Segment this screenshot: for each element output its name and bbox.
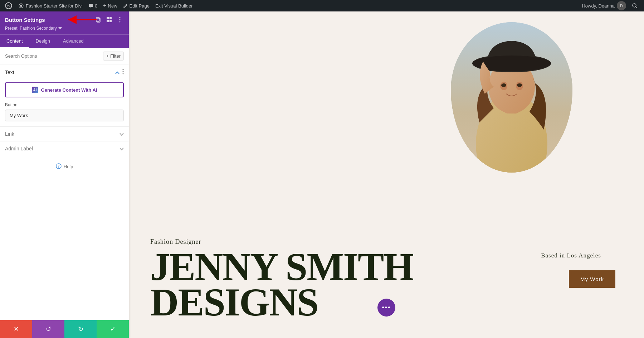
exit-vb-link[interactable]: Exit Visual Builder — [152, 0, 196, 11]
hero-image-placeholder — [451, 22, 572, 173]
tab-design[interactable]: Design — [29, 35, 57, 48]
wp-admin-bar: W Fashion Starter Site for Divi 0 + New … — [0, 0, 644, 11]
fashion-title: JENNY SMITH DESIGNS — [150, 249, 413, 320]
ai-generate-button[interactable]: AI Generate Content With AI — [5, 82, 124, 97]
my-work-page-button[interactable]: My Work — [569, 270, 615, 288]
site-name[interactable]: Fashion Starter Site for Divi — [16, 0, 86, 11]
exit-vb-label: Exit Visual Builder — [155, 3, 193, 9]
save-button[interactable]: ✓ — [97, 320, 129, 338]
panel-title: Button Settings — [5, 17, 45, 23]
svg-line-5 — [636, 7, 637, 8]
text-section-collapse-icon[interactable] — [115, 69, 119, 75]
howdy-user[interactable]: Howdy, Deanna D — [579, 0, 629, 11]
search-options-bar: + Filter — [0, 48, 129, 64]
svg-point-12 — [119, 17, 121, 18]
admin-label-chevron-icon[interactable] — [119, 146, 124, 151]
button-field-label: Button — [5, 102, 124, 107]
fashion-title-line1: JENNY SMITH — [150, 249, 413, 285]
svg-point-16 — [123, 71, 124, 72]
edit-page-label: Edit Page — [130, 3, 150, 9]
search-icon[interactable] — [629, 3, 640, 9]
svg-point-15 — [123, 69, 124, 70]
link-section-header[interactable]: Link — [0, 127, 129, 141]
search-options-input[interactable] — [5, 53, 100, 59]
text-section-body: AI Generate Content With AI Button — [0, 80, 129, 126]
avatar: D — [617, 1, 626, 10]
admin-label-section-header[interactable]: Admin Label — [0, 141, 129, 156]
text-section-title: Text — [5, 69, 14, 75]
text-section-header[interactable]: Text — [0, 64, 129, 80]
svg-rect-8 — [107, 17, 109, 19]
howdy-text: Howdy, Deanna — [582, 3, 615, 9]
link-section-title: Link — [5, 131, 14, 137]
page-content: Fashion Designer JENNY SMITH DESIGNS Bas… — [129, 11, 644, 338]
undo-button[interactable]: ↺ — [32, 320, 64, 338]
undo-icon: ↺ — [46, 325, 51, 333]
panel-header-icons — [94, 16, 124, 24]
hero-image — [451, 22, 572, 173]
panel-body: + Filter Text — [0, 48, 129, 320]
link-section: Link — [0, 127, 129, 141]
preset-selector[interactable]: Preset: Fashion Secondary — [5, 26, 124, 31]
fashion-location: Based in Los Angeles — [541, 252, 601, 259]
help-icon: ? — [56, 163, 62, 170]
new-label: New — [108, 3, 117, 9]
text-section-controls — [115, 69, 124, 76]
help-section[interactable]: ? Help — [0, 156, 129, 177]
save-icon: ✓ — [110, 325, 116, 333]
svg-point-29 — [517, 83, 522, 87]
svg-point-13 — [119, 19, 121, 20]
admin-label-title: Admin Label — [5, 146, 33, 151]
svg-point-17 — [123, 73, 124, 74]
fashion-subtitle: Fashion Designer — [150, 238, 413, 246]
comments-count: 0 — [95, 3, 97, 9]
svg-rect-11 — [109, 20, 112, 22]
copy-icon[interactable] — [94, 16, 102, 24]
filter-button[interactable]: + Filter — [103, 52, 124, 61]
button-value-input[interactable] — [5, 110, 124, 121]
bottom-bar: ✕ ↺ ↻ ✓ — [0, 320, 129, 338]
dots-indicator[interactable]: ••• — [377, 299, 395, 317]
site-name-text: Fashion Starter Site for Divi — [26, 3, 83, 9]
dots-icon: ••• — [382, 304, 391, 312]
ai-icon: AI — [32, 87, 38, 93]
fashion-text: Fashion Designer JENNY SMITH DESIGNS — [150, 238, 413, 320]
comments-link[interactable]: 0 — [86, 0, 100, 11]
cancel-icon: ✕ — [14, 325, 19, 333]
svg-point-4 — [633, 4, 636, 7]
svg-point-14 — [119, 21, 121, 23]
text-section: Text — [0, 64, 129, 127]
help-label: Help — [64, 164, 73, 169]
svg-text:?: ? — [58, 164, 59, 168]
svg-point-28 — [501, 83, 506, 87]
text-section-more-icon[interactable] — [122, 69, 124, 76]
svg-text:W: W — [7, 4, 10, 8]
panel-tabs: Content Design Advanced — [0, 34, 129, 48]
svg-rect-10 — [107, 20, 109, 22]
new-link[interactable]: + New — [100, 0, 120, 11]
filter-label: + Filter — [106, 53, 121, 59]
left-panel: Button Settings — [0, 11, 129, 338]
fashion-title-line2: DESIGNS — [150, 285, 413, 320]
wp-logo-icon[interactable]: W — [4, 0, 14, 11]
svg-point-3 — [20, 5, 22, 7]
edit-page-link[interactable]: Edit Page — [120, 0, 152, 11]
ai-generate-label: Generate Content With AI — [41, 87, 97, 93]
more-icon[interactable] — [116, 16, 124, 24]
cancel-button[interactable]: ✕ — [0, 320, 32, 338]
redo-button[interactable]: ↻ — [64, 320, 97, 338]
right-content: Fashion Designer JENNY SMITH DESIGNS Bas… — [129, 11, 644, 338]
panel-header: Button Settings — [0, 11, 129, 34]
redo-icon: ↻ — [78, 325, 83, 333]
preset-label: Preset: Fashion Secondary — [5, 26, 57, 31]
tab-advanced[interactable]: Advanced — [57, 35, 90, 48]
fashion-portrait-svg — [451, 22, 572, 173]
admin-label-section: Admin Label — [0, 141, 129, 156]
link-chevron-icon[interactable] — [119, 131, 124, 137]
svg-rect-9 — [109, 17, 112, 19]
grid-icon[interactable] — [105, 16, 113, 24]
tab-content[interactable]: Content — [0, 35, 29, 48]
